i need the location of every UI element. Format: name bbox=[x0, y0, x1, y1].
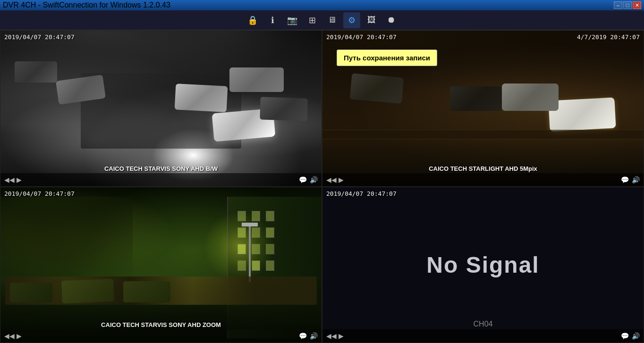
cam4-play-icon[interactable]: ▶ bbox=[339, 332, 344, 340]
cam2-volume-icon[interactable]: 🔊 bbox=[632, 176, 640, 184]
cam1-volume-icon[interactable]: 🔊 bbox=[310, 176, 318, 184]
cam2-path bbox=[322, 130, 644, 139]
cam2-controls: ◀◀ ▶ 💬 🔊 bbox=[322, 173, 644, 186]
save-path-tooltip: Путь сохранения записи bbox=[337, 50, 437, 66]
image-button[interactable]: 🖼 bbox=[363, 12, 380, 28]
cam1-play-icon[interactable]: ▶ bbox=[17, 176, 22, 184]
cam3-window3 bbox=[266, 211, 274, 221]
cam3-volume-icon[interactable]: 🔊 bbox=[310, 332, 318, 340]
cam2-chat-icon[interactable]: 💬 bbox=[621, 176, 629, 184]
camera-3[interactable]: 2019/04/07 20:47:07 CAICO TECH STARVIS S… bbox=[0, 187, 322, 343]
cam4-controls: ◀◀ ▶ 💬 🔊 bbox=[322, 329, 644, 343]
cam3-chat-icon[interactable]: 💬 bbox=[299, 332, 307, 340]
cam2-ctrl-left: ◀◀ ▶ bbox=[326, 176, 344, 184]
cam2-timestamp-tr: 4/7/2019 20:47:07 bbox=[577, 33, 640, 41]
cam4-ctrl-right: 💬 🔊 bbox=[621, 332, 640, 340]
camera-grid: 2019/04/07 20:47:07 CAICO TECH STARVIS S… bbox=[0, 30, 644, 343]
camera-2[interactable]: Путь сохранения записи 2019/04/07 20:47:… bbox=[322, 30, 644, 187]
layout-button[interactable]: ⊞ bbox=[304, 12, 321, 28]
cam3-light-glow bbox=[203, 211, 274, 282]
maximize-button[interactable]: □ bbox=[623, 1, 632, 9]
cam1-car2 bbox=[175, 84, 228, 112]
camera-4[interactable]: 2019/04/07 20:47:07 No Signal CH04 ◀◀ ▶ … bbox=[322, 187, 644, 343]
monitor-icon: 🖥 bbox=[328, 15, 336, 25]
info-button[interactable]: ℹ bbox=[264, 12, 281, 28]
info-icon: ℹ bbox=[271, 15, 274, 25]
cam3-controls: ◀◀ ▶ 💬 🔊 bbox=[0, 329, 322, 343]
cam3-label: CAICO TECH STARVIS SONY AHD ZOOM bbox=[101, 321, 221, 328]
cam3-car1 bbox=[10, 283, 52, 302]
camera-1[interactable]: 2019/04/07 20:47:07 CAICO TECH STARVIS S… bbox=[0, 30, 322, 187]
titlebar-controls: – □ ✕ bbox=[614, 1, 641, 9]
close-button[interactable]: ✕ bbox=[633, 1, 641, 9]
cam3-timestamp: 2019/04/07 20:47:07 bbox=[4, 190, 75, 197]
cam2-play-icon[interactable]: ▶ bbox=[339, 176, 344, 184]
cam1-controls: ◀◀ ▶ 💬 🔊 bbox=[0, 173, 322, 186]
cam1-chat-icon[interactable]: 💬 bbox=[299, 176, 307, 184]
camera-icon: 📷 bbox=[287, 15, 297, 25]
cam1-ctrl-left: ◀◀ ▶ bbox=[4, 176, 22, 184]
cam4-volume-icon[interactable]: 🔊 bbox=[632, 332, 640, 340]
cam2-car-silver bbox=[502, 84, 559, 111]
cam1-label: CAICO TECH STARVIS SONY AHD B/W bbox=[104, 165, 218, 172]
titlebar-title: DVR 4CH - SwiftConnection for Windows 1.… bbox=[3, 1, 170, 9]
cam1-car6 bbox=[229, 67, 284, 92]
toolbar: 🔒 ℹ 📷 ⊞ 🖥 ⚙ 🖼 ⏺ bbox=[0, 10, 644, 30]
layout-icon: ⊞ bbox=[309, 15, 316, 25]
cam3-play-icon[interactable]: ▶ bbox=[17, 332, 22, 340]
lock-icon: 🔒 bbox=[247, 15, 258, 25]
cam2-car-extra bbox=[450, 86, 502, 111]
cam2-rewind-icon[interactable]: ◀◀ bbox=[326, 176, 337, 184]
cam1-timestamp: 2019/04/07 20:47:07 bbox=[4, 33, 75, 41]
cam3-car3 bbox=[123, 281, 170, 302]
cam4-ctrl-left: ◀◀ ▶ bbox=[326, 332, 344, 340]
record-icon: ⏺ bbox=[387, 15, 396, 25]
minimize-button[interactable]: – bbox=[614, 1, 622, 9]
record-button[interactable]: ⏺ bbox=[383, 12, 400, 28]
titlebar: DVR 4CH - SwiftConnection for Windows 1.… bbox=[0, 0, 644, 10]
cam3-ctrl-left: ◀◀ ▶ bbox=[4, 332, 22, 340]
cam1-ctrl-right: 💬 🔊 bbox=[299, 176, 318, 184]
cam1-car4 bbox=[15, 61, 57, 83]
tooltip-text: Путь сохранения записи bbox=[344, 54, 430, 62]
cam3-street-light bbox=[249, 225, 251, 282]
cam1-rewind-icon[interactable]: ◀◀ bbox=[4, 176, 15, 184]
cam2-ctrl-right: 💬 🔊 bbox=[621, 176, 640, 184]
cam3-ctrl-right: 💬 🔊 bbox=[299, 332, 318, 340]
lock-button[interactable]: 🔒 bbox=[244, 12, 261, 28]
cam3-rewind-icon[interactable]: ◀◀ bbox=[4, 332, 15, 340]
no-signal-text: No Signal bbox=[426, 252, 539, 278]
monitor-button[interactable]: 🖥 bbox=[323, 12, 340, 28]
cam4-timestamp: 2019/04/07 20:47:07 bbox=[326, 190, 397, 197]
settings-icon: ⚙ bbox=[348, 15, 356, 25]
cam2-car-dark bbox=[350, 73, 404, 103]
cam4-rewind-icon[interactable]: ◀◀ bbox=[326, 332, 337, 340]
cam2-timestamp: 2019/04/07 20:47:07 bbox=[326, 33, 397, 41]
snapshot-button[interactable]: 📷 bbox=[284, 12, 301, 28]
cam3-car2 bbox=[61, 279, 114, 303]
cam4-chat-icon[interactable]: 💬 bbox=[621, 332, 629, 340]
cam1-car5 bbox=[260, 97, 308, 121]
cam4-ch-label: CH04 bbox=[474, 320, 493, 328]
settings-button[interactable]: ⚙ bbox=[343, 12, 360, 28]
cam2-label: CAICO TECH STARLIGHT AHD 5Mpix bbox=[429, 165, 537, 172]
image-icon: 🖼 bbox=[367, 15, 376, 25]
